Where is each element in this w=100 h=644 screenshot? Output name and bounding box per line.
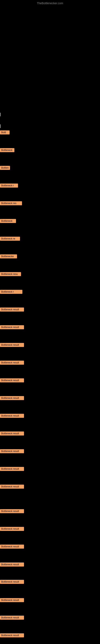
bottleneck-item-25[interactable]: Bottleneck result bbox=[0, 580, 24, 584]
bottleneck-item-24[interactable]: Bottleneck result bbox=[0, 562, 24, 566]
bottleneck-item-15[interactable]: Bottleneck result bbox=[0, 396, 24, 400]
bottleneck-item-8[interactable]: Bottleneck resu bbox=[0, 272, 21, 276]
bottleneck-item-13[interactable]: Bottleneck result bbox=[0, 361, 24, 365]
bottleneck-item-2[interactable]: Bottlen bbox=[0, 166, 10, 170]
site-title: TheBottlenecker.com bbox=[37, 2, 63, 5]
bottleneck-item-20[interactable]: Bottleneck result bbox=[0, 484, 24, 489]
bottleneck-item-3[interactable]: Bottleneck r bbox=[0, 184, 18, 188]
bottleneck-item-6[interactable]: Bottleneck re bbox=[0, 237, 20, 241]
bottleneck-item-11[interactable]: Bottleneck result bbox=[0, 325, 24, 329]
bottleneck-item-26[interactable]: Bottleneck result bbox=[0, 598, 24, 602]
cursor-line-0 bbox=[0, 113, 0, 116]
bottleneck-item-27[interactable]: Bottleneck result bbox=[0, 616, 24, 620]
bottleneck-item-12[interactable]: Bottleneck result bbox=[0, 343, 24, 347]
bottleneck-item-23[interactable]: Bottleneck result bbox=[0, 544, 24, 548]
bottleneck-item-7[interactable]: Bottlenecke bbox=[0, 254, 17, 258]
bottleneck-item-10[interactable]: Bottleneck result bbox=[0, 308, 24, 312]
bottleneck-item-19[interactable]: Bottleneck result bbox=[0, 467, 24, 471]
bottleneck-item-4[interactable]: Bottleneck res bbox=[0, 201, 22, 205]
bottleneck-item-1[interactable]: Bottleneck bbox=[0, 148, 14, 152]
bottleneck-item-9[interactable]: Bottleneck r bbox=[0, 290, 22, 294]
bottleneck-item-28[interactable]: Bottleneck result bbox=[0, 633, 24, 637]
cursor-line-1 bbox=[0, 124, 0, 128]
bottleneck-item-17[interactable]: Bottleneck result bbox=[0, 432, 24, 436]
bottleneck-item-16[interactable]: Bottleneck result bbox=[0, 414, 24, 418]
bottleneck-item-21[interactable]: Bottleneck result bbox=[0, 509, 24, 513]
content-area: TheBottlenecker.com BottlBottleneckBottl… bbox=[0, 0, 100, 644]
bottleneck-item-5[interactable]: Bottleneck bbox=[0, 219, 16, 223]
bottleneck-item-18[interactable]: Bottleneck result bbox=[0, 449, 24, 453]
bottleneck-item-14[interactable]: Bottleneck result bbox=[0, 378, 24, 382]
bottleneck-item-0[interactable]: Bottl bbox=[0, 130, 10, 134]
bottleneck-item-22[interactable]: Bottleneck result bbox=[0, 527, 24, 531]
